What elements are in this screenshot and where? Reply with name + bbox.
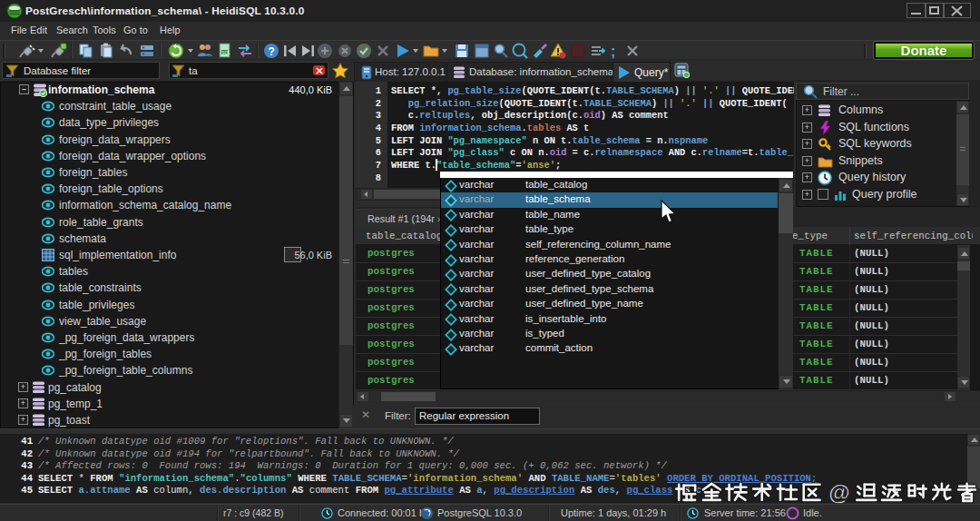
svg-text:SQL: SQL [222, 51, 231, 55]
svg-text:;: ; [611, 44, 615, 59]
svg-text:?: ? [269, 45, 275, 58]
svg-text:@: @ [828, 480, 849, 505]
